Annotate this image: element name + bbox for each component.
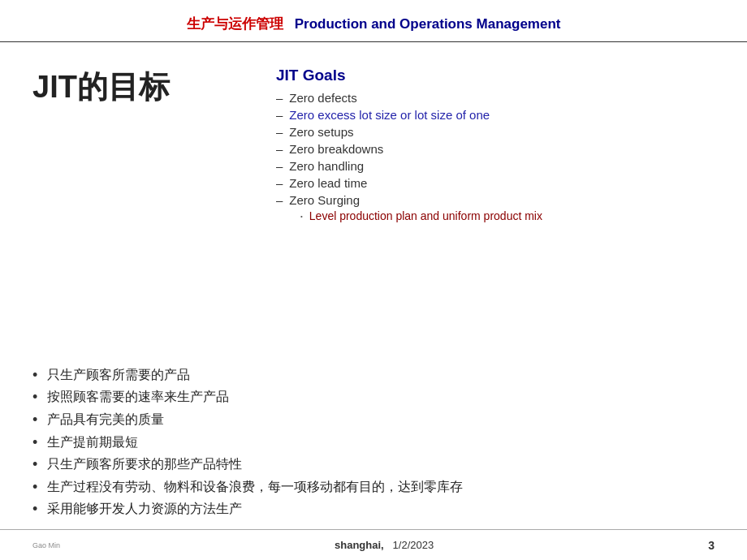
goal-item-4: – Zero breakdowns	[276, 140, 715, 157]
footer-city: shanghai,	[335, 539, 384, 551]
goal-text-7: Zero Surging	[289, 193, 360, 207]
jit-goals-heading: JIT Goals	[276, 67, 715, 84]
bottom-text-2: 按照顾客需要的速率来生产产品	[47, 389, 229, 406]
slide-title: JIT的目标	[32, 67, 260, 108]
bottom-item-7: • 采用能够开发人力资源的方法生产	[32, 498, 715, 521]
bottom-text-1: 只生产顾客所需要的产品	[47, 367, 190, 384]
bullet-icon: •	[32, 501, 37, 519]
bullet-icon: •	[32, 367, 37, 385]
sub-goal-item-1: • Level production plan and uniform prod…	[300, 209, 715, 223]
goal-item-5: – Zero handling	[276, 157, 715, 174]
goal-item-2: – Zero excess lot size or lot size of on…	[276, 106, 715, 123]
bottom-section: • 只生产顾客所需要的产品 • 按照顾客需要的速率来生产产品 • 产品具有完美的…	[0, 356, 747, 529]
bottom-text-7: 采用能够开发人力资源的方法生产	[47, 501, 242, 518]
header: 生产与运作管理 Production and Operations Manage…	[0, 0, 747, 42]
bottom-item-6: • 生产过程没有劳动、物料和设备浪费，每一项移动都有目的，达到零库存	[32, 476, 715, 499]
dash-icon: –	[276, 176, 283, 190]
footer-author: Gao Min	[32, 541, 60, 549]
slide: 生产与运作管理 Production and Operations Manage…	[0, 0, 747, 560]
dash-icon: –	[276, 108, 283, 122]
goal-item-1: – Zero defects	[276, 89, 715, 106]
header-title: 生产与运作管理 Production and Operations Manage…	[187, 16, 561, 32]
footer-page: 3	[708, 539, 715, 552]
goal-text-3: Zero setups	[289, 125, 353, 139]
header-title-en: Production and Operations Management	[295, 16, 561, 32]
bullet-icon: •	[32, 389, 37, 407]
dash-icon: –	[276, 159, 283, 173]
bottom-text-6: 生产过程没有劳动、物料和设备浪费，每一项移动都有目的，达到零库存	[47, 479, 463, 496]
bottom-item-1: • 只生产顾客所需要的产品	[32, 364, 715, 387]
dash-icon: –	[276, 125, 283, 139]
dash-icon: –	[276, 91, 283, 105]
goal-text-5: Zero handling	[289, 159, 364, 173]
goal-text-2: Zero excess lot size or lot size of one	[289, 108, 490, 122]
sub-bullet-dot: •	[300, 209, 303, 220]
bottom-item-2: • 按照顾客需要的速率来生产产品	[32, 386, 715, 409]
main-content: JIT的目标 JIT Goals – Zero defects – Zero e…	[0, 42, 747, 356]
goal-text-1: Zero defects	[289, 91, 356, 105]
dash-icon: –	[276, 142, 283, 156]
footer: Gao Min shanghai, 1/2/2023 3	[0, 529, 747, 560]
bottom-item-3: • 产品具有完美的质量	[32, 409, 715, 432]
left-column: JIT的目标	[32, 42, 260, 356]
header-title-zh: 生产与运作管理	[187, 16, 283, 32]
goal-item-6: – Zero lead time	[276, 174, 715, 192]
sub-goal-text-1: Level production plan and uniform produc…	[309, 209, 542, 222]
bullet-icon: •	[32, 411, 37, 429]
goal-item-7: – Zero Surging	[276, 192, 715, 209]
bottom-text-4: 生产提前期最短	[47, 434, 138, 451]
bullet-icon: •	[32, 479, 37, 497]
bullet-icon: •	[32, 456, 37, 474]
sub-goals-list: • Level production plan and uniform prod…	[300, 209, 715, 223]
goal-text-6: Zero lead time	[289, 176, 367, 190]
goal-item-3: – Zero setups	[276, 123, 715, 140]
footer-date-value: 1/2/2023	[393, 539, 434, 551]
bottom-text-3: 产品具有完美的质量	[47, 411, 164, 429]
goal-text-4: Zero breakdowns	[289, 142, 383, 156]
goals-list: – Zero defects – Zero excess lot size or…	[276, 89, 715, 209]
bullet-icon: •	[32, 434, 37, 452]
bottom-list: • 只生产顾客所需要的产品 • 按照顾客需要的速率来生产产品 • 产品具有完美的…	[32, 364, 715, 521]
footer-date: shanghai, 1/2/2023	[335, 539, 434, 551]
bottom-text-5: 只生产顾客所要求的那些产品特性	[47, 456, 242, 473]
bottom-item-4: • 生产提前期最短	[32, 432, 715, 454]
right-column: JIT Goals – Zero defects – Zero excess l…	[260, 42, 715, 356]
dash-icon: –	[276, 193, 283, 207]
bottom-item-5: • 只生产顾客所要求的那些产品特性	[32, 454, 715, 476]
